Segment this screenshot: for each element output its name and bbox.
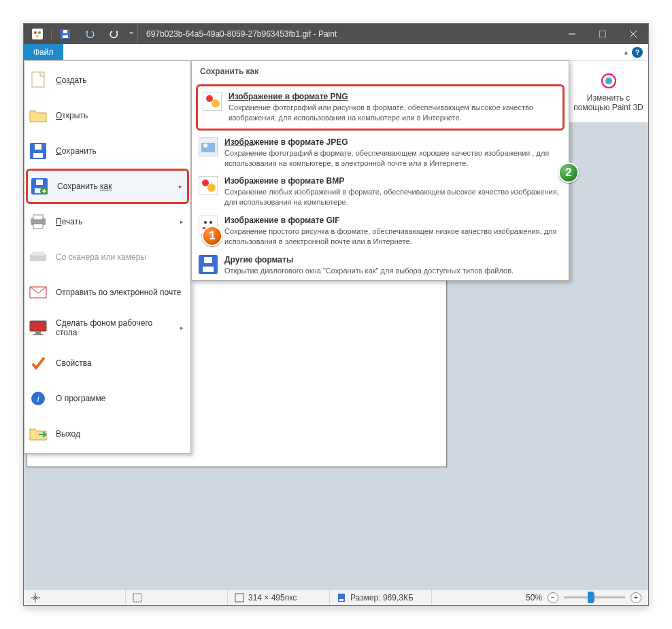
file-tab[interactable]: Файл: [24, 44, 63, 60]
window-controls: [556, 24, 648, 44]
submenu-title: Сохранить как: [192, 61, 569, 82]
format-gif[interactable]: Изображение в формате GIFСохранение прос…: [192, 211, 569, 251]
svg-rect-7: [599, 31, 606, 37]
image-dimensions: 314 × 495пкс: [228, 590, 330, 605]
menu-about[interactable]: iО программе: [24, 381, 190, 416]
minimize-button[interactable]: [556, 24, 587, 44]
bmp-icon: [199, 176, 218, 195]
format-other[interactable]: Другие форматыОткрытие диалогового окна …: [192, 251, 569, 280]
paint-icon: [31, 27, 44, 41]
svg-rect-6: [63, 30, 67, 33]
zoom-out-button[interactable]: −: [548, 592, 558, 603]
svg-rect-17: [35, 144, 41, 150]
format-bmp[interactable]: Изображение в формате BMPСохранение любы…: [192, 172, 569, 211]
svg-rect-29: [35, 331, 41, 334]
statusbar: 314 × 495пкс Размер: 969,3КБ 50% − +: [24, 589, 648, 605]
window-title: 697b023b-64a5-49a0-8059-27b963453fb1.gif…: [146, 29, 337, 39]
menu-print[interactable]: Печать▸: [24, 204, 190, 239]
qat-more-icon[interactable]: ⁼: [128, 30, 135, 39]
ribbon-tabbar: Файл ▴ ?: [24, 44, 648, 61]
desktop-icon: [29, 318, 48, 337]
quick-access-toolbar: ⁼: [24, 24, 138, 44]
close-button[interactable]: [618, 24, 648, 44]
menu-new[interactable]: Создать: [24, 63, 190, 98]
help-icon[interactable]: ?: [632, 47, 643, 58]
svg-rect-23: [33, 215, 43, 220]
svg-rect-10: [133, 594, 141, 602]
menu-email[interactable]: Отправить по электронной почте: [24, 275, 190, 310]
paint-3d-icon: [599, 71, 618, 90]
info-icon: i: [29, 389, 48, 408]
svg-point-3: [36, 35, 39, 37]
printer-icon: [29, 212, 48, 231]
zoom-in-button[interactable]: +: [631, 592, 641, 603]
file-menu: Создать Открыть Сохранить Сохранить как▸…: [24, 61, 191, 454]
svg-rect-28: [30, 321, 46, 331]
menu-save[interactable]: Сохранить: [24, 133, 190, 169]
exit-folder-icon: [29, 424, 48, 443]
selection-size: [126, 590, 228, 605]
menu-exit[interactable]: Выход: [24, 416, 190, 452]
zoom-controls: 50% − +: [519, 592, 648, 603]
save-as-submenu: Сохранить как Изображение в формате PNGС…: [191, 61, 569, 281]
svg-point-43: [204, 221, 207, 224]
png-icon: [203, 92, 222, 111]
jpeg-icon: [199, 137, 218, 156]
other-formats-icon: [199, 255, 218, 274]
svg-rect-24: [33, 224, 43, 228]
svg-rect-13: [339, 599, 343, 601]
redo-icon[interactable]: [107, 27, 121, 41]
format-png[interactable]: Изображение в формате PNGСохранение фото…: [196, 84, 565, 131]
svg-point-40: [202, 180, 209, 186]
svg-rect-20: [36, 180, 43, 185]
zoom-value: 50%: [526, 593, 542, 602]
menu-wallpaper[interactable]: Сделать фоном рабочего стола▸: [24, 310, 190, 345]
file-size: Размер: 969,3КБ: [330, 590, 432, 605]
svg-rect-37: [201, 143, 215, 152]
menu-save-as[interactable]: Сохранить как▸: [26, 169, 189, 204]
svg-rect-47: [204, 257, 212, 263]
svg-rect-30: [33, 334, 43, 335]
paint-window: ⁼ 697b023b-64a5-49a0-8059-27b963453fb1.g…: [23, 23, 649, 606]
svg-rect-16: [33, 153, 43, 158]
submenu-arrow-icon: ▸: [179, 183, 182, 190]
scanner-icon: [29, 248, 48, 267]
save-floppy-icon: [29, 141, 48, 160]
svg-point-35: [212, 99, 220, 107]
maximize-button[interactable]: [587, 24, 618, 44]
submenu-arrow-icon: ▸: [180, 218, 184, 225]
svg-rect-5: [63, 35, 68, 38]
callout-1: 1: [202, 226, 222, 246]
email-icon: [29, 283, 48, 302]
paint3d-label1: Изменить с: [587, 93, 630, 103]
paint-3d-button[interactable]: Изменить спомощью Paint 3D: [568, 61, 648, 123]
format-jpeg[interactable]: Изображение в формате JPEGСохранение фот…: [192, 133, 569, 173]
svg-rect-26: [32, 252, 44, 256]
svg-point-34: [206, 95, 213, 102]
format-jpeg-title-underline: Изобра: [224, 137, 254, 147]
svg-rect-11: [235, 594, 243, 602]
svg-rect-0: [32, 29, 43, 39]
svg-point-2: [38, 31, 41, 34]
checkmark-icon: [29, 354, 48, 373]
svg-point-1: [34, 31, 37, 34]
collapse-ribbon-icon[interactable]: ▴: [624, 48, 628, 56]
menu-scanner: Со сканера или камеры: [24, 239, 190, 275]
menu-open[interactable]: Открыть: [24, 98, 190, 133]
new-file-icon: [29, 71, 48, 90]
svg-point-41: [207, 184, 216, 192]
titlebar[interactable]: ⁼ 697b023b-64a5-49a0-8059-27b963453fb1.g…: [24, 24, 648, 44]
save-as-icon: [30, 177, 49, 196]
svg-rect-46: [203, 267, 214, 272]
undo-icon[interactable]: [83, 27, 97, 41]
submenu-arrow-icon: ▸: [180, 324, 184, 331]
svg-point-38: [203, 143, 207, 148]
paint3d-label2: помощью Paint 3D: [573, 103, 643, 112]
svg-text:i: i: [37, 394, 39, 404]
open-folder-icon: [29, 106, 48, 125]
menu-properties[interactable]: Свойства: [24, 345, 190, 381]
save-icon[interactable]: [58, 27, 72, 41]
svg-point-44: [209, 221, 212, 224]
svg-point-9: [605, 78, 612, 84]
zoom-slider[interactable]: [564, 596, 625, 598]
